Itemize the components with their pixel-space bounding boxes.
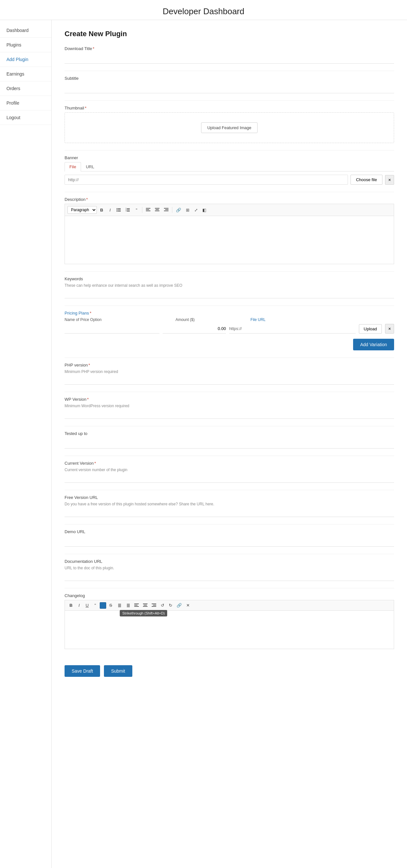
- description-align-center-btn[interactable]: [153, 207, 161, 213]
- changelog-editor[interactable]: [65, 610, 394, 649]
- changelog-remove-format-btn[interactable]: ✕: [184, 602, 191, 609]
- changelog-ul-btn[interactable]: [124, 602, 132, 609]
- sidebar-item-logout[interactable]: Logout: [0, 111, 51, 125]
- description-align-right-btn[interactable]: [162, 207, 170, 213]
- divider-10: [65, 456, 394, 456]
- description-link-btn[interactable]: 🔗: [174, 207, 183, 213]
- page-wrapper: Developer Dashboard Dashboard Plugins Ad…: [0, 0, 407, 868]
- svg-rect-19: [165, 209, 168, 210]
- demo-url-input[interactable]: [65, 536, 394, 547]
- subtitle-input[interactable]: [65, 83, 394, 93]
- php-version-input[interactable]: [65, 374, 394, 384]
- free-version-url-label: Free Version URL: [65, 495, 394, 500]
- choose-file-button[interactable]: Choose file: [350, 175, 382, 185]
- changelog-align-center-btn[interactable]: [142, 602, 149, 609]
- pricing-remove-button[interactable]: ×: [385, 324, 394, 334]
- form-title: Create New Plugin: [65, 30, 394, 38]
- svg-rect-31: [144, 605, 147, 606]
- sidebar-item-orders[interactable]: Orders: [0, 82, 51, 96]
- sidebar-item-earnings[interactable]: Earnings: [0, 67, 51, 82]
- banner-tab-file[interactable]: File: [65, 162, 81, 172]
- changelog-blockquote-btn[interactable]: ": [92, 602, 99, 609]
- changelog-italic-btn[interactable]: I: [75, 602, 83, 609]
- changelog-redo-btn[interactable]: ↻: [167, 602, 174, 609]
- description-bold-btn[interactable]: B: [98, 207, 105, 213]
- svg-rect-13: [146, 209, 149, 210]
- save-draft-button[interactable]: Save Draft: [65, 665, 100, 677]
- changelog-undo-btn[interactable]: ↺: [159, 602, 166, 609]
- banner-url-input[interactable]: [65, 175, 348, 185]
- changelog-strikethrough-btn[interactable]: S: [107, 602, 114, 609]
- description-fullscreen-btn[interactable]: ⤢: [192, 207, 199, 213]
- pricing-amount-input[interactable]: [163, 324, 226, 334]
- description-source-btn[interactable]: ◧: [201, 207, 208, 213]
- changelog-ol-btn[interactable]: [115, 602, 123, 609]
- pricing-plans-section: Pricing Plans* Name of Price Option Amou…: [65, 311, 394, 350]
- description-label: Description*: [65, 197, 394, 202]
- pricing-plans-label: Pricing Plans*: [65, 311, 394, 315]
- description-table-btn[interactable]: ⊞: [184, 207, 191, 213]
- sidebar-item-plugins[interactable]: Plugins: [0, 38, 51, 52]
- svg-rect-23: [118, 607, 121, 607]
- svg-point-3: [117, 208, 118, 209]
- php-version-label: PHP version*: [65, 363, 394, 368]
- svg-rect-30: [143, 603, 148, 604]
- sidebar-item-add-plugin[interactable]: Add Plugin: [0, 52, 51, 67]
- tested-up-to-input[interactable]: [65, 438, 394, 448]
- add-variation-button[interactable]: Add Variation: [353, 339, 394, 350]
- changelog-bold-btn[interactable]: B: [67, 602, 74, 609]
- changelog-align-right-btn[interactable]: [150, 602, 158, 609]
- documentation-url-section: Documentation URL URL to the doc of this…: [65, 559, 394, 581]
- changelog-toolbar: B I U " S: [65, 600, 394, 610]
- changelog-align-left-btn[interactable]: [133, 602, 140, 609]
- changelog-underline-btn[interactable]: U: [84, 602, 91, 609]
- keywords-input[interactable]: [65, 288, 394, 299]
- subtitle-label: Subtitle: [65, 76, 394, 81]
- pricing-upload-button[interactable]: Upload: [359, 324, 382, 334]
- demo-url-section: Demo URL: [65, 529, 394, 547]
- svg-rect-15: [155, 208, 159, 209]
- description-ul-btn[interactable]: [115, 207, 123, 213]
- svg-rect-28: [134, 605, 137, 606]
- divider-11: [65, 490, 394, 490]
- php-version-hint: Minimum PHP version required: [65, 369, 394, 374]
- changelog-color-btn[interactable]: [100, 602, 106, 609]
- wp-version-input[interactable]: [65, 408, 394, 419]
- upload-featured-image-button[interactable]: Upload Featured Image: [201, 122, 257, 133]
- description-align-left-btn[interactable]: [144, 207, 152, 213]
- sidebar-item-dashboard[interactable]: Dashboard: [0, 23, 51, 38]
- documentation-url-label: Documentation URL: [65, 559, 394, 564]
- demo-url-label: Demo URL: [65, 529, 394, 534]
- description-paragraph-select[interactable]: Paragraph: [67, 206, 97, 214]
- banner-file-row: Choose file ×: [65, 175, 394, 185]
- banner-remove-button[interactable]: ×: [385, 175, 394, 185]
- keywords-hint: These can help enhance our internal sear…: [65, 283, 394, 288]
- changelog-link-btn[interactable]: 🔗: [175, 602, 183, 609]
- svg-rect-29: [134, 606, 139, 607]
- banner-tab-url[interactable]: URL: [81, 162, 99, 171]
- pricing-name-input[interactable]: [65, 324, 159, 334]
- pricing-file-input[interactable]: [229, 324, 356, 334]
- strikethrough-tooltip: Strikethrough (Shift+Alt+D): [120, 610, 167, 616]
- current-version-input[interactable]: [65, 472, 394, 483]
- svg-rect-32: [143, 606, 148, 607]
- thumbnail-label: Thumbnail*: [65, 105, 394, 111]
- divider-4: [65, 192, 394, 192]
- keywords-label: Keywords: [65, 276, 394, 281]
- page-title: Developer Dashboard: [0, 6, 407, 17]
- download-title-input[interactable]: [65, 53, 394, 64]
- description-ol-btn[interactable]: 123: [124, 207, 132, 213]
- svg-rect-8: [127, 211, 130, 212]
- submit-button[interactable]: Submit: [104, 665, 132, 677]
- wp-version-label: WP Version*: [65, 397, 394, 402]
- sidebar-item-profile[interactable]: Profile: [0, 96, 51, 111]
- svg-rect-26: [127, 607, 130, 607]
- free-version-url-input[interactable]: [65, 506, 394, 517]
- description-italic-btn[interactable]: I: [106, 207, 114, 213]
- wp-version-section: WP Version* Minimum WordPress version re…: [65, 397, 394, 419]
- changelog-label: Changelog: [65, 593, 394, 598]
- documentation-url-input[interactable]: [65, 570, 394, 581]
- description-blockquote-btn[interactable]: ": [133, 207, 140, 213]
- description-editor[interactable]: [65, 216, 394, 264]
- bottom-actions: Save Draft Submit: [65, 659, 394, 677]
